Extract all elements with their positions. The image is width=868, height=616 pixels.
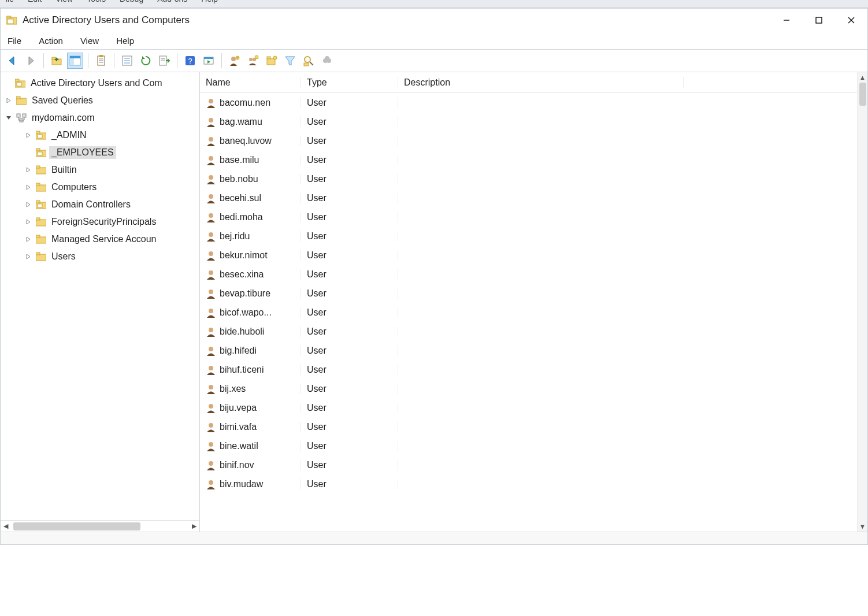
col-header-type[interactable]: Type (301, 77, 398, 88)
list-item[interactable]: beb.nobuUser (200, 169, 857, 188)
tree-node-managed-service-accoun[interactable]: Managed Service Accoun (1, 231, 199, 248)
list-item[interactable]: bine.watilUser (200, 436, 857, 455)
list-pane[interactable]: Name Type Description bacomu.nenUserbag.… (200, 72, 867, 532)
tree-node--admin[interactable]: _ADMIN (1, 127, 199, 144)
close-button[interactable] (835, 9, 867, 32)
list-item[interactable]: bevap.tibureUser (200, 284, 857, 303)
tree-node-foreignsecurityprincipals[interactable]: ForeignSecurityPrincipals (1, 213, 199, 231)
list-item[interactable]: bedi.mohaUser (200, 207, 857, 227)
tree-node-label: _EMPLOYEES (49, 146, 116, 159)
expand-icon[interactable] (24, 148, 33, 157)
tree-node-builtin[interactable]: Builtin (1, 161, 199, 179)
add-group-icon[interactable] (245, 53, 261, 69)
menu-view[interactable]: View (78, 34, 101, 47)
expand-icon[interactable] (24, 252, 33, 261)
show-hide-tree-icon[interactable] (67, 53, 83, 69)
list-item[interactable]: binif.novUser (200, 455, 857, 474)
menu-file[interactable]: File (5, 34, 24, 47)
user-name: bej.ridu (220, 231, 250, 242)
svg-rect-4 (816, 17, 822, 23)
tree-node--employees[interactable]: _EMPLOYEES (1, 144, 199, 161)
list-item[interactable]: becehi.sulUser (200, 188, 857, 207)
expand-icon[interactable] (4, 113, 13, 123)
svg-point-88 (209, 366, 213, 370)
list-header[interactable]: Name Type Description (200, 72, 857, 93)
back-icon[interactable] (4, 53, 20, 69)
scroll-right-icon[interactable]: ▶ (189, 522, 199, 531)
tree-h-scrollbar[interactable]: ◀ ▶ (1, 520, 199, 532)
list-item[interactable]: biv.mudawUser (200, 474, 857, 493)
clipboard-icon[interactable] (93, 53, 109, 69)
list-item[interactable]: bej.riduUser (200, 227, 857, 246)
scroll-thumb[interactable] (13, 522, 140, 530)
expand-icon[interactable] (24, 235, 33, 244)
svg-rect-61 (36, 168, 46, 174)
tree-root[interactable]: Active Directory Users and Com (1, 75, 199, 92)
scroll-left-icon[interactable]: ◀ (1, 522, 11, 531)
add-user-icon[interactable] (227, 53, 243, 69)
user-type: User (301, 422, 398, 432)
run-icon[interactable] (201, 53, 217, 69)
tree-node-domain-controllers[interactable]: Domain Controllers (1, 196, 199, 213)
tree-saved-queries[interactable]: Saved Queries (1, 92, 199, 109)
expand-icon[interactable] (24, 131, 33, 140)
list-item[interactable]: bekur.nimotUser (200, 246, 857, 265)
export-list-icon[interactable] (156, 53, 172, 69)
refresh-icon[interactable] (138, 53, 154, 69)
expand-icon[interactable] (24, 165, 33, 175)
svg-rect-21 (159, 56, 166, 65)
list-item[interactable]: bide.huboliUser (200, 322, 857, 341)
menu-help[interactable]: Help (114, 34, 136, 47)
window-title: Active Directory Users and Computers (23, 14, 770, 26)
svg-point-81 (209, 232, 213, 237)
svg-point-76 (209, 137, 213, 142)
title-bar[interactable]: Active Directory Users and Computers (1, 9, 867, 32)
list-item[interactable]: bag.wamuUser (200, 112, 857, 131)
forward-icon[interactable] (23, 53, 39, 69)
user-name: biv.mudaw (220, 479, 263, 489)
list-item[interactable]: bij.xesUser (200, 379, 857, 398)
list-item[interactable]: baneq.luvowUser (200, 131, 857, 150)
scroll-down-icon[interactable]: ▼ (858, 521, 867, 532)
col-header-name[interactable]: Name (200, 77, 301, 88)
list-item[interactable]: bicof.wapo...User (200, 303, 857, 322)
list-v-scrollbar[interactable]: ▲ ▼ (857, 72, 867, 532)
list-item[interactable]: big.hifediUser (200, 341, 857, 360)
col-header-description[interactable]: Description (398, 77, 684, 88)
user-name: biju.vepa (220, 403, 257, 413)
new-ou-icon[interactable] (264, 53, 280, 69)
svg-rect-1 (6, 16, 11, 18)
minimize-button[interactable] (770, 9, 803, 32)
expand-icon[interactable] (4, 96, 13, 105)
up-folder-icon[interactable] (49, 53, 65, 69)
svg-point-83 (209, 270, 213, 275)
list-item[interactable]: base.miluUser (200, 150, 857, 169)
user-type: User (301, 98, 398, 108)
find-icon[interactable] (301, 53, 317, 69)
maximize-button[interactable] (803, 9, 835, 32)
user-type: User (301, 365, 398, 375)
menu-action[interactable]: Action (36, 34, 65, 47)
list-item[interactable]: biju.vepaUser (200, 398, 857, 417)
list-item[interactable]: bihuf.ticeniUser (200, 360, 857, 379)
svg-rect-62 (36, 166, 40, 168)
tree-node-computers[interactable]: Computers (1, 179, 199, 196)
filter-icon[interactable] (282, 53, 298, 69)
list-item[interactable]: besec.xinaUser (200, 265, 857, 284)
properties-icon[interactable] (119, 53, 135, 69)
list-item[interactable]: bacomu.nenUser (200, 93, 857, 112)
expand-icon[interactable] (24, 183, 33, 192)
scroll-up-icon[interactable]: ▲ (858, 72, 867, 83)
scroll-thumb[interactable] (859, 83, 866, 106)
tree-node-users[interactable]: Users (1, 248, 199, 265)
list-item[interactable]: bimi.vafaUser (200, 417, 857, 436)
expand-icon[interactable] (24, 200, 33, 209)
advanced-icon[interactable] (319, 53, 335, 69)
user-name: bine.watil (220, 441, 258, 451)
expand-icon[interactable] (24, 217, 33, 227)
tree-domain[interactable]: mydomain.com (1, 109, 199, 127)
tree-pane[interactable]: Active Directory Users and ComSaved Quer… (1, 72, 200, 532)
expand-icon[interactable] (3, 79, 12, 88)
user-name: bedi.moha (220, 212, 263, 222)
help-icon[interactable]: ? (182, 53, 198, 69)
